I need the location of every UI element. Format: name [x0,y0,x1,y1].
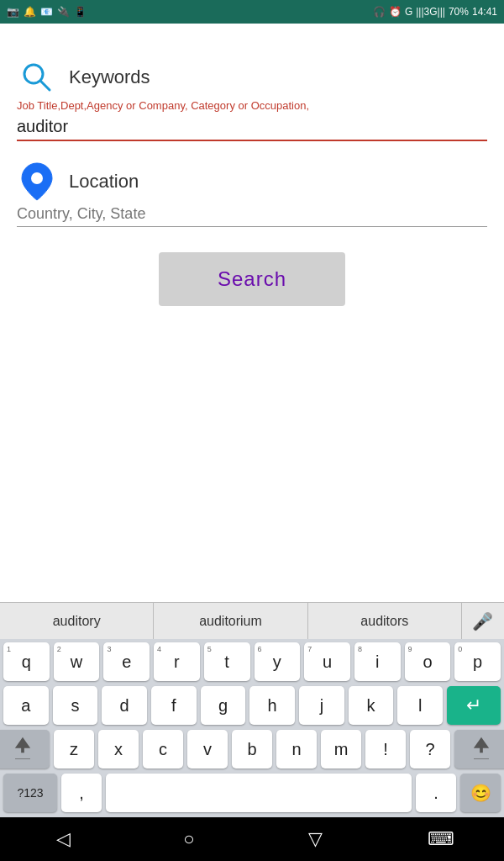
key-q[interactable]: 1q [3,642,50,681]
key-s[interactable]: s [53,686,98,725]
clock: 14:41 [472,6,497,18]
key-emoji[interactable]: 😊 [460,774,501,812]
key-shift-right[interactable]: —— [454,730,504,769]
key-p[interactable]: 0p [454,642,501,681]
status-bar: 📷 🔔 📧 🔌 📱 🎧 ⏰ G |||3G||| 70% 14:41 [0,0,504,24]
key-g[interactable]: g [201,686,246,725]
key-e[interactable]: 3e [103,642,150,681]
location-icon [17,161,57,202]
mic-icon: 🎤 [472,611,493,631]
key-h[interactable]: h [249,686,295,725]
keyword-input[interactable] [17,115,487,141]
key-r[interactable]: 4r [154,642,200,681]
nav-bar: ◁ ○ ▽ ⌨ [0,817,504,861]
keyboard-area: auditory auditorium auditors 🎤 1q 2w 3e … [0,602,504,817]
main-content: Keywords Job Title,Dept,Agency or Compan… [0,24,504,602]
key-comma[interactable]: , [61,774,102,812]
key-f[interactable]: f [151,686,197,725]
key-o[interactable]: 9o [405,642,451,681]
status-bar-left: 📷 🔔 📧 🔌 📱 [7,6,87,18]
keywords-header-row: Keywords [17,57,487,98]
key-d[interactable]: d [102,686,147,725]
key-b[interactable]: b [232,730,272,769]
key-question[interactable]: ? [410,730,450,769]
key-space[interactable] [106,774,412,812]
status-icon-1: 📷 [7,6,19,18]
key-n[interactable]: n [276,730,317,769]
svg-line-1 [40,81,50,90]
status-icon-4: 🔌 [57,6,70,18]
location-label: Location [69,171,139,193]
nav-recent-button[interactable]: ▽ [295,819,335,859]
key-u[interactable]: 7u [304,642,350,681]
key-y[interactable]: 6y [255,642,301,681]
nav-keyboard-button[interactable]: ⌨ [421,819,461,859]
key-shift-left[interactable]: —— [0,730,50,769]
nav-back-button[interactable]: ◁ [43,819,83,859]
status-icon-2: 🔔 [24,6,36,18]
status-icon-5: 📱 [74,6,87,18]
search-button-container: Search [17,252,487,306]
battery-level: 70% [449,6,469,18]
key-row-2: a s d f g h j k l ↵ [3,686,501,725]
nav-home-button[interactable]: ○ [169,819,209,859]
svg-point-2 [31,172,43,184]
alarm-icon: ⏰ [389,6,402,18]
suggestion-auditorium[interactable]: auditorium [154,603,307,639]
key-enter[interactable]: ↵ [447,686,501,725]
location-header-row: Location [17,161,487,202]
key-a[interactable]: a [3,686,49,725]
suggestion-auditory[interactable]: auditory [0,603,154,639]
key-i[interactable]: 8i [354,642,401,681]
suggestions-row: auditory auditorium auditors 🎤 [0,602,504,639]
key-period[interactable]: . [416,774,456,812]
key-x[interactable]: x [98,730,139,769]
key-z[interactable]: z [54,730,94,769]
key-w[interactable]: 2w [54,642,100,681]
keywords-icon [17,57,57,98]
headphone-icon: 🎧 [373,6,386,18]
key-l[interactable]: l [397,686,443,725]
key-c[interactable]: c [143,730,183,769]
keywords-subtitle: Job Title,Dept,Agency or Company, Catego… [17,99,487,112]
location-input[interactable] [17,203,487,227]
suggestion-auditors[interactable]: auditors [308,603,462,639]
status-icon-3: 📧 [40,6,53,18]
key-exclamation[interactable]: ! [365,730,406,769]
key-row-3: —— z x c v b n m ! ? —— [3,730,501,769]
mic-button[interactable]: 🎤 [462,603,504,639]
svg-marker-4 [474,737,489,753]
status-bar-right: 🎧 ⏰ G |||3G||| 70% 14:41 [373,6,497,18]
key-k[interactable]: k [349,686,394,725]
signal-icon: |||3G||| [416,6,445,18]
key-v[interactable]: v [187,730,228,769]
key-row-1: 1q 2w 3e 4r 5t 6y 7u 8i 9o 0p [3,642,501,681]
key-j[interactable]: j [299,686,344,725]
search-button[interactable]: Search [159,252,345,306]
key-t[interactable]: 5t [204,642,250,681]
keyboard-keys: 1q 2w 3e 4r 5t 6y 7u 8i 9o 0p a s d f g … [0,639,504,774]
google-icon: G [405,6,412,18]
key-sym[interactable]: ?123 [3,774,57,812]
keywords-label: Keywords [69,66,150,88]
svg-marker-3 [15,737,30,753]
keyboard-bottom-row: ?123 , . 😊 [0,774,504,817]
key-m[interactable]: m [321,730,361,769]
